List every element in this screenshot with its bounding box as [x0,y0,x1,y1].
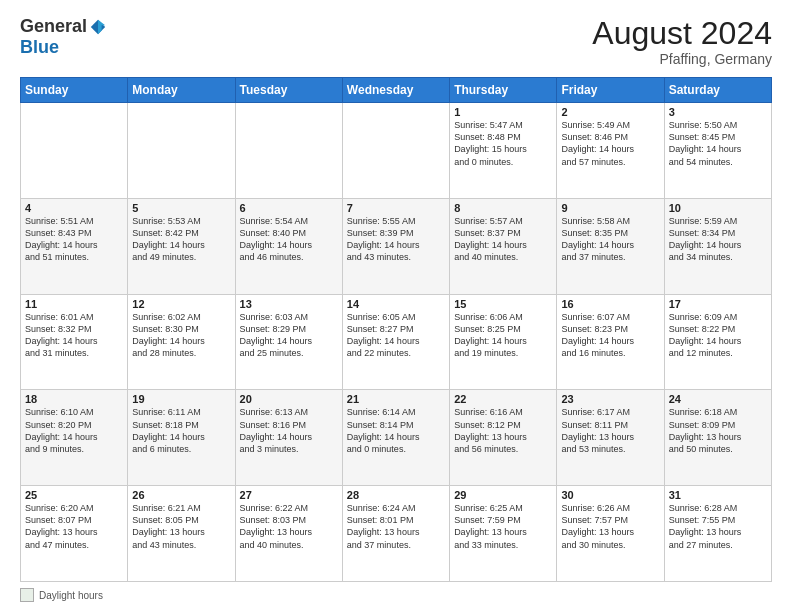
day-number: 8 [454,202,552,214]
day-info: Sunrise: 5:49 AM Sunset: 8:46 PM Dayligh… [561,119,659,168]
header: General Blue August 2024 Pfaffing, Germa… [20,16,772,67]
logo-icon [89,18,107,36]
day-info: Sunrise: 6:16 AM Sunset: 8:12 PM Dayligh… [454,406,552,455]
day-info: Sunrise: 5:57 AM Sunset: 8:37 PM Dayligh… [454,215,552,264]
day-number: 3 [669,106,767,118]
day-number: 27 [240,489,338,501]
day-number: 21 [347,393,445,405]
calendar-cell: 16Sunrise: 6:07 AM Sunset: 8:23 PM Dayli… [557,294,664,390]
day-info: Sunrise: 6:07 AM Sunset: 8:23 PM Dayligh… [561,311,659,360]
calendar-cell: 23Sunrise: 6:17 AM Sunset: 8:11 PM Dayli… [557,390,664,486]
calendar-cell [128,103,235,199]
day-number: 26 [132,489,230,501]
calendar-cell [342,103,449,199]
footer: Daylight hours [20,588,772,602]
calendar-cell: 17Sunrise: 6:09 AM Sunset: 8:22 PM Dayli… [664,294,771,390]
day-number: 15 [454,298,552,310]
day-number: 4 [25,202,123,214]
calendar-week-4: 25Sunrise: 6:20 AM Sunset: 8:07 PM Dayli… [21,486,772,582]
calendar-cell: 2Sunrise: 5:49 AM Sunset: 8:46 PM Daylig… [557,103,664,199]
calendar-cell: 1Sunrise: 5:47 AM Sunset: 8:48 PM Daylig… [450,103,557,199]
day-info: Sunrise: 6:25 AM Sunset: 7:59 PM Dayligh… [454,502,552,551]
day-info: Sunrise: 5:59 AM Sunset: 8:34 PM Dayligh… [669,215,767,264]
day-info: Sunrise: 6:21 AM Sunset: 8:05 PM Dayligh… [132,502,230,551]
day-number: 9 [561,202,659,214]
day-info: Sunrise: 6:22 AM Sunset: 8:03 PM Dayligh… [240,502,338,551]
day-info: Sunrise: 6:02 AM Sunset: 8:30 PM Dayligh… [132,311,230,360]
day-info: Sunrise: 6:03 AM Sunset: 8:29 PM Dayligh… [240,311,338,360]
calendar-cell: 27Sunrise: 6:22 AM Sunset: 8:03 PM Dayli… [235,486,342,582]
calendar-cell: 20Sunrise: 6:13 AM Sunset: 8:16 PM Dayli… [235,390,342,486]
calendar-cell [21,103,128,199]
title-section: August 2024 Pfaffing, Germany [592,16,772,67]
day-info: Sunrise: 6:14 AM Sunset: 8:14 PM Dayligh… [347,406,445,455]
day-info: Sunrise: 6:06 AM Sunset: 8:25 PM Dayligh… [454,311,552,360]
calendar-cell: 28Sunrise: 6:24 AM Sunset: 8:01 PM Dayli… [342,486,449,582]
calendar-cell: 22Sunrise: 6:16 AM Sunset: 8:12 PM Dayli… [450,390,557,486]
day-number: 2 [561,106,659,118]
col-header-tuesday: Tuesday [235,78,342,103]
day-info: Sunrise: 6:17 AM Sunset: 8:11 PM Dayligh… [561,406,659,455]
calendar-week-3: 18Sunrise: 6:10 AM Sunset: 8:20 PM Dayli… [21,390,772,486]
day-number: 1 [454,106,552,118]
day-number: 5 [132,202,230,214]
day-number: 12 [132,298,230,310]
day-info: Sunrise: 6:18 AM Sunset: 8:09 PM Dayligh… [669,406,767,455]
day-number: 10 [669,202,767,214]
day-number: 22 [454,393,552,405]
col-header-friday: Friday [557,78,664,103]
day-number: 17 [669,298,767,310]
day-number: 29 [454,489,552,501]
logo-general-text: General [20,16,87,37]
day-info: Sunrise: 5:51 AM Sunset: 8:43 PM Dayligh… [25,215,123,264]
day-info: Sunrise: 6:11 AM Sunset: 8:18 PM Dayligh… [132,406,230,455]
day-info: Sunrise: 6:20 AM Sunset: 8:07 PM Dayligh… [25,502,123,551]
day-info: Sunrise: 6:24 AM Sunset: 8:01 PM Dayligh… [347,502,445,551]
col-header-sunday: Sunday [21,78,128,103]
calendar-header-row: SundayMondayTuesdayWednesdayThursdayFrid… [21,78,772,103]
day-info: Sunrise: 6:26 AM Sunset: 7:57 PM Dayligh… [561,502,659,551]
calendar-cell: 4Sunrise: 5:51 AM Sunset: 8:43 PM Daylig… [21,198,128,294]
day-info: Sunrise: 6:01 AM Sunset: 8:32 PM Dayligh… [25,311,123,360]
day-info: Sunrise: 6:28 AM Sunset: 7:55 PM Dayligh… [669,502,767,551]
month-year-title: August 2024 [592,16,772,51]
day-info: Sunrise: 6:10 AM Sunset: 8:20 PM Dayligh… [25,406,123,455]
day-number: 6 [240,202,338,214]
calendar-cell: 7Sunrise: 5:55 AM Sunset: 8:39 PM Daylig… [342,198,449,294]
calendar-week-0: 1Sunrise: 5:47 AM Sunset: 8:48 PM Daylig… [21,103,772,199]
day-number: 30 [561,489,659,501]
calendar-cell: 19Sunrise: 6:11 AM Sunset: 8:18 PM Dayli… [128,390,235,486]
calendar-cell: 24Sunrise: 6:18 AM Sunset: 8:09 PM Dayli… [664,390,771,486]
logo: General Blue [20,16,107,58]
day-number: 18 [25,393,123,405]
day-info: Sunrise: 5:53 AM Sunset: 8:42 PM Dayligh… [132,215,230,264]
col-header-thursday: Thursday [450,78,557,103]
day-number: 14 [347,298,445,310]
day-number: 24 [669,393,767,405]
day-info: Sunrise: 5:54 AM Sunset: 8:40 PM Dayligh… [240,215,338,264]
calendar-cell: 15Sunrise: 6:06 AM Sunset: 8:25 PM Dayli… [450,294,557,390]
day-number: 20 [240,393,338,405]
day-number: 23 [561,393,659,405]
day-number: 7 [347,202,445,214]
col-header-monday: Monday [128,78,235,103]
calendar-cell: 14Sunrise: 6:05 AM Sunset: 8:27 PM Dayli… [342,294,449,390]
calendar-cell: 8Sunrise: 5:57 AM Sunset: 8:37 PM Daylig… [450,198,557,294]
calendar-cell: 30Sunrise: 6:26 AM Sunset: 7:57 PM Dayli… [557,486,664,582]
day-number: 25 [25,489,123,501]
calendar-cell: 12Sunrise: 6:02 AM Sunset: 8:30 PM Dayli… [128,294,235,390]
calendar-cell: 6Sunrise: 5:54 AM Sunset: 8:40 PM Daylig… [235,198,342,294]
calendar-cell: 18Sunrise: 6:10 AM Sunset: 8:20 PM Dayli… [21,390,128,486]
col-header-saturday: Saturday [664,78,771,103]
calendar-cell: 21Sunrise: 6:14 AM Sunset: 8:14 PM Dayli… [342,390,449,486]
col-header-wednesday: Wednesday [342,78,449,103]
day-info: Sunrise: 6:13 AM Sunset: 8:16 PM Dayligh… [240,406,338,455]
calendar-cell: 5Sunrise: 5:53 AM Sunset: 8:42 PM Daylig… [128,198,235,294]
location-subtitle: Pfaffing, Germany [592,51,772,67]
day-number: 13 [240,298,338,310]
calendar-cell: 10Sunrise: 5:59 AM Sunset: 8:34 PM Dayli… [664,198,771,294]
calendar-cell: 13Sunrise: 6:03 AM Sunset: 8:29 PM Dayli… [235,294,342,390]
day-info: Sunrise: 6:09 AM Sunset: 8:22 PM Dayligh… [669,311,767,360]
calendar-week-2: 11Sunrise: 6:01 AM Sunset: 8:32 PM Dayli… [21,294,772,390]
day-number: 19 [132,393,230,405]
